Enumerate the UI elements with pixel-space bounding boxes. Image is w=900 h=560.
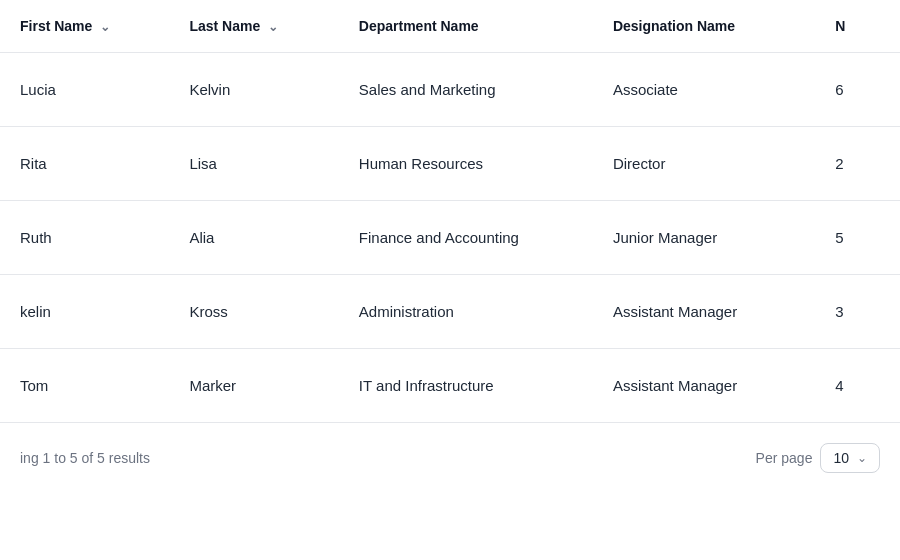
cell-dept: Finance and Accounting xyxy=(339,201,593,275)
col-header-desig-label: Designation Name xyxy=(613,18,735,34)
sort-icon-lastname[interactable]: ⌄ xyxy=(268,20,278,34)
per-page-value: 10 xyxy=(833,450,849,466)
cell-firstname: Lucia xyxy=(0,53,169,127)
cell-n: 3 xyxy=(815,275,900,349)
data-table: First Name ⌄ Last Name ⌄ Department Name… xyxy=(0,0,900,423)
col-header-dept-label: Department Name xyxy=(359,18,479,34)
cell-firstname: Ruth xyxy=(0,201,169,275)
per-page-select[interactable]: 10 ⌄ xyxy=(820,443,880,473)
col-header-desig: Designation Name xyxy=(593,0,815,53)
cell-desig: Associate xyxy=(593,53,815,127)
col-header-n-label: N xyxy=(835,18,845,34)
cell-desig: Assistant Manager xyxy=(593,275,815,349)
header-row: First Name ⌄ Last Name ⌄ Department Name… xyxy=(0,0,900,53)
chevron-down-icon: ⌄ xyxy=(857,451,867,465)
cell-lastname: Kelvin xyxy=(169,53,338,127)
table-row: kelinKrossAdministrationAssistant Manage… xyxy=(0,275,900,349)
cell-n: 6 xyxy=(815,53,900,127)
cell-lastname: Kross xyxy=(169,275,338,349)
cell-n: 4 xyxy=(815,349,900,423)
cell-firstname: Rita xyxy=(0,127,169,201)
cell-firstname: Tom xyxy=(0,349,169,423)
table-row: LuciaKelvinSales and MarketingAssociate6 xyxy=(0,53,900,127)
col-header-lastname: Last Name ⌄ xyxy=(169,0,338,53)
cell-desig: Assistant Manager xyxy=(593,349,815,423)
cell-desig: Director xyxy=(593,127,815,201)
per-page-label: Per page xyxy=(756,450,813,466)
cell-dept: IT and Infrastructure xyxy=(339,349,593,423)
per-page-container: Per page 10 ⌄ xyxy=(756,443,880,473)
cell-dept: Human Resources xyxy=(339,127,593,201)
cell-firstname: kelin xyxy=(0,275,169,349)
table-row: RuthAliaFinance and AccountingJunior Man… xyxy=(0,201,900,275)
cell-dept: Administration xyxy=(339,275,593,349)
col-header-firstname-label: First Name xyxy=(20,18,92,34)
results-text: ing 1 to 5 of 5 results xyxy=(20,450,150,466)
cell-lastname: Marker xyxy=(169,349,338,423)
table-row: RitaLisaHuman ResourcesDirector2 xyxy=(0,127,900,201)
col-header-n: N xyxy=(815,0,900,53)
table-header: First Name ⌄ Last Name ⌄ Department Name… xyxy=(0,0,900,53)
col-header-firstname: First Name ⌄ xyxy=(0,0,169,53)
table-body: LuciaKelvinSales and MarketingAssociate6… xyxy=(0,53,900,423)
table-footer: ing 1 to 5 of 5 results Per page 10 ⌄ xyxy=(0,423,900,493)
cell-desig: Junior Manager xyxy=(593,201,815,275)
table-container: First Name ⌄ Last Name ⌄ Department Name… xyxy=(0,0,900,493)
sort-icon-firstname[interactable]: ⌄ xyxy=(100,20,110,34)
cell-dept: Sales and Marketing xyxy=(339,53,593,127)
col-header-dept: Department Name xyxy=(339,0,593,53)
cell-n: 5 xyxy=(815,201,900,275)
col-header-lastname-label: Last Name xyxy=(189,18,260,34)
cell-lastname: Lisa xyxy=(169,127,338,201)
cell-lastname: Alia xyxy=(169,201,338,275)
cell-n: 2 xyxy=(815,127,900,201)
table-row: TomMarkerIT and InfrastructureAssistant … xyxy=(0,349,900,423)
